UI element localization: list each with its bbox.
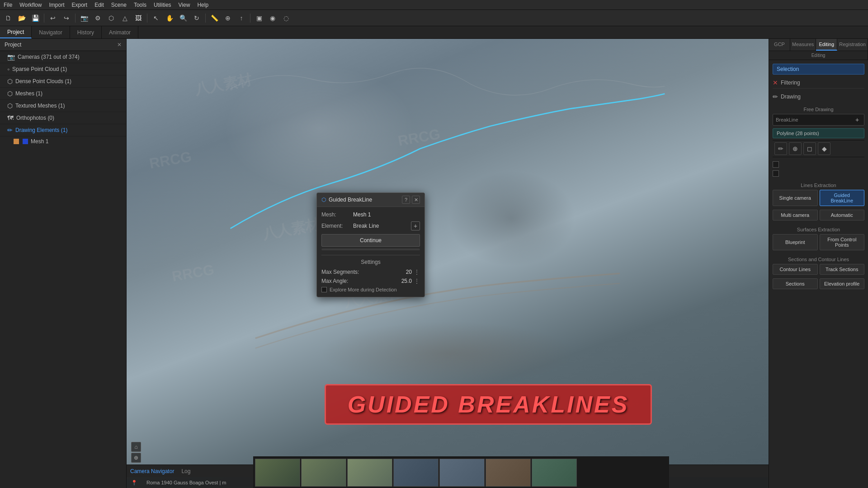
toolbar-cursor[interactable]: ↖ [150,12,162,24]
thumbnail-1[interactable] [255,459,300,487]
thumbnail-6[interactable] [486,459,531,487]
transform-icon-btn[interactable]: ⊕ [789,142,802,155]
checkbox-row-2 [773,169,864,178]
from-control-points-btn[interactable]: From Control Points [820,234,865,250]
thumbnail-4[interactable] [393,459,439,487]
menu-tools[interactable]: Tools [134,2,146,8]
tab-log[interactable]: Log [181,468,190,474]
menu-utilities[interactable]: Utilities [154,2,171,8]
max-segments-stepper[interactable]: ⋮ [414,269,420,275]
contour-lines-btn[interactable]: Contour Lines [773,264,818,275]
automatic-btn[interactable]: Automatic [820,210,865,221]
menu-workflow[interactable]: Workflow [19,2,42,8]
max-angle-stepper[interactable]: ⋮ [414,278,420,284]
guided-breakline-btn[interactable]: Guided BreakLine [820,190,865,206]
toolbar-point-cloud[interactable]: ⬡ [105,12,118,24]
elevation-profile-btn[interactable]: Elevation profile [820,278,865,289]
menu-help[interactable]: Help [197,2,208,8]
right-tab-gcp[interactable]: GCP [769,39,790,51]
sections-btn[interactable]: Sections [773,278,818,289]
left-sidebar: Project ✕ 📷 Cameras (371 out of 374) ◦ S… [0,39,127,488]
element-add-button[interactable]: + [411,221,420,230]
thumbnail-area [253,456,669,488]
checkbox-1[interactable] [773,161,779,168]
max-angle-label: Max Angle: [321,278,348,284]
blueprint-btn[interactable]: Blueprint [773,234,818,250]
toolbar-measure[interactable]: 📏 [208,12,221,24]
viewport[interactable]: 八人素材 RRCG 八人素材 RRCG RRCG 八人素材 ⬡ Guided B… [127,39,769,488]
thumbnail-2[interactable] [301,459,346,487]
right-tab-registration[interactable]: Registration [837,39,868,51]
dialog-close-button[interactable]: ✕ [412,196,420,204]
menu-view[interactable]: View [179,2,190,8]
settings-header: Settings [321,255,420,265]
max-angle-row: Max Angle: 25.0 ⋮ [321,278,420,284]
menu-export[interactable]: Export [71,2,87,8]
max-segments-row: Max Segments: 20 ⋮ [321,269,420,275]
tab-animator[interactable]: Animator [102,26,138,38]
menu-scene[interactable]: Scene [111,2,127,8]
dialog-help-button[interactable]: ? [402,196,410,204]
toolbar-view-3d[interactable]: ◉ [266,12,279,24]
toolbar-new[interactable]: 🗋 [2,12,14,24]
polyline-item[interactable]: Polyline (28 points) [773,128,864,138]
right-subtab-editing[interactable]: Editing [769,51,868,60]
project-item-cameras[interactable]: 📷 Cameras (371 out of 374) [0,51,126,63]
vp-home-btn[interactable]: ⌂ [131,442,141,452]
project-item-textured[interactable]: ⬡ Textured Meshes (1) [0,100,126,112]
project-close-icon[interactable]: ✕ [117,42,122,48]
toolbar-zoom[interactable]: 🔍 [177,12,189,24]
toolbar-wireframe[interactable]: ◌ [280,12,292,24]
select-icon-btn[interactable]: ◻ [803,142,816,155]
menu-import[interactable]: Import [49,2,64,8]
breakline-input-value: BreakLine [776,117,853,122]
right-panel: GCP Measures Editing Registration Editin… [769,39,868,488]
project-item-ortho[interactable]: 🗺 Orthophotos (0) [0,112,126,124]
vp-axis-btn[interactable]: ⊕ [131,453,141,463]
breakline-add-btn[interactable]: + [853,116,861,124]
explore-checkbox[interactable] [321,287,327,292]
tab-project[interactable]: Project [0,26,32,38]
single-camera-btn[interactable]: Single camera [773,190,818,206]
checkbox-2[interactable] [773,170,779,177]
edit-icon-btn[interactable]: ✏ [774,142,787,155]
dense-icon: ⬡ [7,78,13,85]
banner-text: GUIDED BREAKLINES [348,391,629,418]
menu-bar: File Workflow Import Export Edit Scene T… [0,0,868,10]
tab-navigator[interactable]: Navigator [32,26,70,38]
toolbar-add-photos[interactable]: 📷 [78,12,90,24]
thumbnail-3[interactable] [347,459,392,487]
toolbar-save[interactable]: 💾 [29,12,42,24]
toolbar-texture[interactable]: 🖼 [132,12,145,24]
multi-camera-btn[interactable]: Multi camera [773,210,818,221]
right-tab-measures[interactable]: Measures [790,39,816,51]
project-item-dense[interactable]: ⬡ Dense Point Clouds (1) [0,75,126,88]
separator-3 [147,14,147,23]
diamond-icon-btn[interactable]: ◆ [818,142,830,155]
thumbnail-7[interactable] [532,459,577,487]
continue-button[interactable]: Continue [321,234,420,247]
toolbar-pan[interactable]: ✋ [163,12,176,24]
toolbar-rotate[interactable]: ↻ [190,12,203,24]
toolbar-process[interactable]: ⚙ [91,12,104,24]
menu-edit[interactable]: Edit [94,2,104,8]
project-item-drawing[interactable]: ✏ Drawing Elements (1) [0,124,126,136]
project-item-meshes[interactable]: ⬡ Meshes (1) [0,88,126,100]
track-sections-btn[interactable]: Track Sections [820,264,865,275]
toolbar-redo[interactable]: ↪ [60,12,73,24]
thumbnail-5[interactable] [439,459,485,487]
toolbar-open[interactable]: 📂 [15,12,28,24]
mesh-label: Mesh: [321,211,353,218]
toolbar-gcp[interactable]: ⊕ [222,12,234,24]
toolbar-export2[interactable]: ↑ [235,12,248,24]
dialog-element-row: Element: Break Line + [321,221,420,230]
tab-history[interactable]: History [70,26,102,38]
right-tab-editing[interactable]: Editing [816,39,837,51]
project-sub-mesh1[interactable]: Mesh 1 [0,136,126,146]
toolbar-view-2d[interactable]: ▣ [253,12,265,24]
menu-file[interactable]: File [4,2,12,8]
project-item-sparse[interactable]: ◦ Sparse Point Cloud (1) [0,63,126,75]
tab-camera-navigator[interactable]: Camera Navigator [130,468,174,474]
toolbar-mesh[interactable]: △ [118,12,131,24]
toolbar-undo[interactable]: ↩ [47,12,59,24]
